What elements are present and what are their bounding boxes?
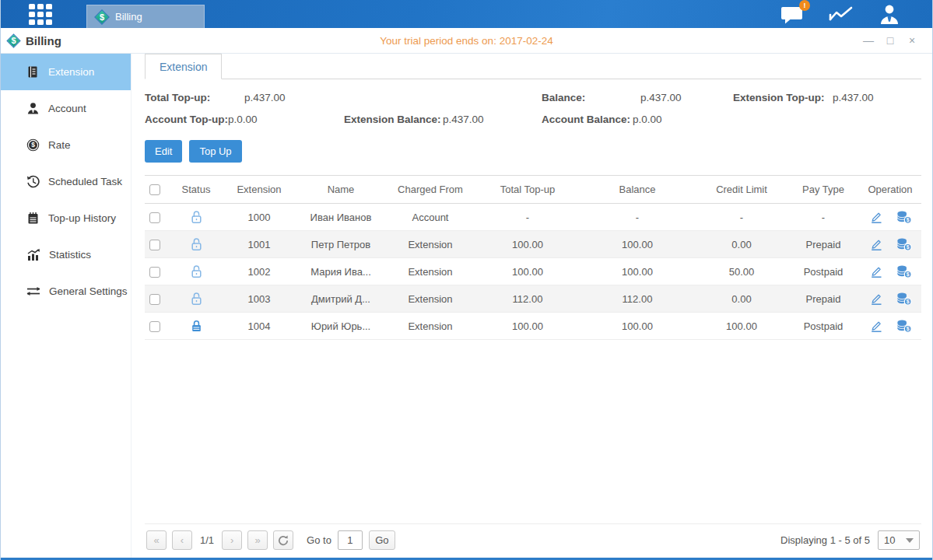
operation-cell: $ <box>859 292 921 306</box>
sidebar-item-top-up-history[interactable]: Top-up History <box>1 200 131 236</box>
cell-pay-type: Prepaid <box>787 239 859 250</box>
page-size-select[interactable]: 10 <box>878 530 920 550</box>
cell-charged-from: Extension <box>384 239 476 250</box>
billing-diamond-icon: $ <box>95 10 109 24</box>
table-row: 1001Петр ПетровExtension100.00100.000.00… <box>145 231 921 258</box>
tab-bar: Extension <box>145 54 921 79</box>
operation-cell: $ <box>859 237 921 251</box>
cell-charged-from: Extension <box>384 293 476 305</box>
cell-pay-type: - <box>787 212 859 223</box>
close-button[interactable]: × <box>906 34 918 47</box>
sidebar-item-account[interactable]: Account <box>1 90 131 127</box>
edit-icon[interactable] <box>868 237 883 251</box>
cell-pay-type: Prepaid <box>787 293 859 305</box>
notebook-icon <box>26 212 40 225</box>
topup-icon[interactable]: $ <box>896 264 912 278</box>
edit-icon[interactable] <box>868 210 883 224</box>
cell-balance: 100.00 <box>579 266 696 278</box>
person-icon <box>878 4 901 24</box>
tab-extension[interactable]: Extension <box>145 54 222 79</box>
balance-summary: Total Top-up: p.437.00 Balance: p.437.00… <box>145 79 921 127</box>
topup-icon[interactable]: $ <box>896 237 912 251</box>
row-checkbox[interactable] <box>149 212 160 223</box>
next-page-button[interactable]: › <box>222 530 242 550</box>
cell-credit-limit: 50.00 <box>696 266 787 278</box>
cell-total-top-up: 112.00 <box>476 293 579 305</box>
billing-app-tab[interactable]: $ Billing <box>86 5 205 28</box>
sidebar-item-rate[interactable]: $ Rate <box>1 127 131 163</box>
cell-total-top-up: 100.00 <box>476 266 579 278</box>
cell-charged-from: Account <box>384 212 476 223</box>
sidebar-item-label: Scheduled Task <box>48 176 122 187</box>
row-checkbox[interactable] <box>149 321 160 332</box>
sidebar-item-extension[interactable]: Extension <box>1 54 131 90</box>
sidebar-item-statistics[interactable]: Statistics <box>1 236 131 273</box>
statistics-icon[interactable] <box>828 5 854 24</box>
topup-icon[interactable]: $ <box>896 292 912 306</box>
cell-balance: 100.00 <box>579 239 696 250</box>
cell-name: Дмитрий Д... <box>297 293 384 305</box>
cell-name: Юрий Юрь... <box>297 320 384 332</box>
sidebar-item-label: Account <box>48 103 86 114</box>
lock-closed-icon <box>190 319 203 333</box>
billing-diamond-icon: $ <box>7 34 20 47</box>
summary-extension-top-up: Extension Top-up: p.437.00 <box>733 92 921 103</box>
cell-extension: 1000 <box>221 212 297 223</box>
prev-page-button[interactable]: ‹ <box>172 530 192 550</box>
notification-badge: ! <box>799 0 810 11</box>
svg-text:$: $ <box>907 299 910 305</box>
pencil-icon <box>868 319 883 333</box>
user-icon[interactable] <box>878 4 901 24</box>
cell-credit-limit: - <box>696 212 787 223</box>
edit-icon[interactable] <box>868 319 883 333</box>
edit-icon[interactable] <box>868 292 883 306</box>
summary-account-top-up: Account Top-up: p.0.00 <box>145 114 344 125</box>
cell-pay-type: Postpaid <box>787 266 859 278</box>
pencil-icon <box>868 210 883 224</box>
extension-table: Status Extension Name Charged From Total… <box>145 175 921 340</box>
edit-button[interactable]: Edit <box>145 140 182 163</box>
sidebar-item-scheduled-task[interactable]: Scheduled Task <box>1 163 131 200</box>
svg-text:$: $ <box>907 244 910 250</box>
row-checkbox[interactable] <box>149 267 160 278</box>
edit-icon[interactable] <box>868 264 883 278</box>
maximize-button[interactable]: □ <box>884 34 896 47</box>
dollar-circle-icon: $ <box>26 138 40 152</box>
cell-charged-from: Extension <box>384 266 476 278</box>
app-grid-icon[interactable] <box>27 3 54 25</box>
sidebar-item-label: Statistics <box>49 249 91 261</box>
sliders-icon <box>26 285 40 298</box>
topup-icon[interactable]: $ <box>896 210 912 224</box>
billing-app-tab-label: Billing <box>115 11 142 23</box>
summary-balance: Balance: p.437.00 <box>542 92 733 103</box>
first-page-button[interactable]: « <box>146 530 167 550</box>
sidebar-item-general-settings[interactable]: General Settings <box>1 273 131 310</box>
goto-page-input[interactable] <box>338 530 363 550</box>
svg-text:$: $ <box>31 141 35 149</box>
ledger-icon <box>26 65 40 79</box>
cell-credit-limit: 100.00 <box>696 320 787 332</box>
status-cell <box>171 319 221 333</box>
status-cell <box>171 237 221 251</box>
coins-dollar-icon: $ <box>896 210 912 224</box>
pagination-bar: « ‹ 1/1 › » Go to Go Displaying 1 - 5 of… <box>145 523 921 558</box>
go-button[interactable]: Go <box>369 530 395 550</box>
page-indicator: 1/1 <box>200 534 214 546</box>
cell-extension: 1001 <box>221 239 297 250</box>
svg-text:$: $ <box>907 271 910 278</box>
column-extension: Extension <box>221 184 297 195</box>
row-checkbox[interactable] <box>149 240 160 250</box>
pencil-icon <box>868 237 883 251</box>
cell-extension: 1004 <box>221 320 297 332</box>
select-all-checkbox[interactable] <box>149 184 160 195</box>
last-page-button[interactable]: » <box>247 530 268 550</box>
messages-icon[interactable]: ! <box>780 5 805 24</box>
refresh-button[interactable] <box>273 530 293 550</box>
table-body: 1000Иван ИвановAccount----$1001Петр Петр… <box>145 204 921 340</box>
minimize-button[interactable]: — <box>862 34 875 47</box>
operation-cell: $ <box>859 210 921 224</box>
row-checkbox[interactable] <box>149 294 160 305</box>
top-up-button[interactable]: Top Up <box>189 140 241 163</box>
table-row: 1003Дмитрий Д...Extension112.00112.000.0… <box>145 285 921 313</box>
topup-icon[interactable]: $ <box>896 319 912 333</box>
